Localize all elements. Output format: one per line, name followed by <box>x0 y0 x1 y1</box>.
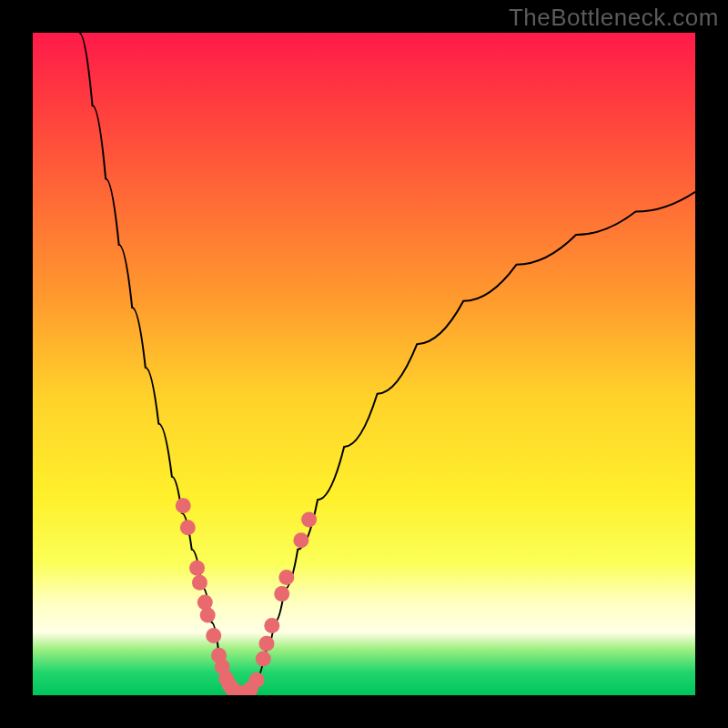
data-point-marker <box>264 618 279 633</box>
data-point-marker <box>200 607 216 622</box>
data-point-marker <box>249 672 265 688</box>
data-point-marker <box>274 586 289 602</box>
data-point-marker <box>293 532 308 548</box>
chart-plot <box>33 33 695 695</box>
data-point-marker <box>189 561 205 576</box>
data-point-marker <box>206 628 221 643</box>
data-point-marker <box>176 498 191 513</box>
chart-frame: TheBottleneck.com <box>0 0 728 728</box>
plot-background <box>33 33 695 695</box>
data-point-marker <box>258 636 274 652</box>
data-point-marker <box>192 575 207 591</box>
watermark-text: TheBottleneck.com <box>509 4 719 32</box>
data-point-marker <box>180 520 196 535</box>
data-point-marker <box>301 512 317 528</box>
data-point-marker <box>278 570 294 585</box>
data-point-marker <box>256 651 271 666</box>
